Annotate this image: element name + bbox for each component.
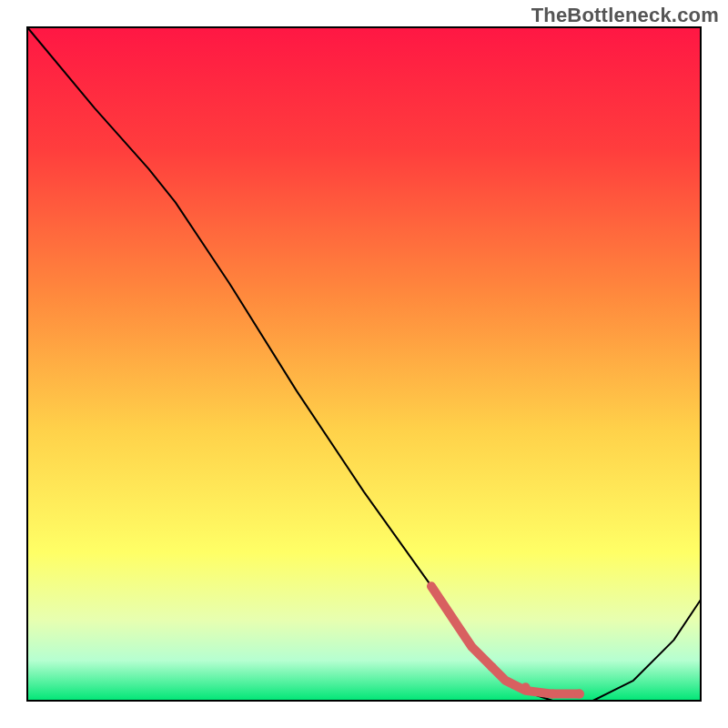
highlight-dot [575,690,584,699]
chart-container: { "watermark": "TheBottleneck.com", "cha… [0,0,728,728]
highlight-dot [548,690,557,699]
highlight-dot [488,662,497,672]
highlight-dot [521,682,531,692]
chart-svg [0,0,728,728]
watermark-text: TheBottleneck.com [531,4,719,27]
plot-background [27,27,701,701]
